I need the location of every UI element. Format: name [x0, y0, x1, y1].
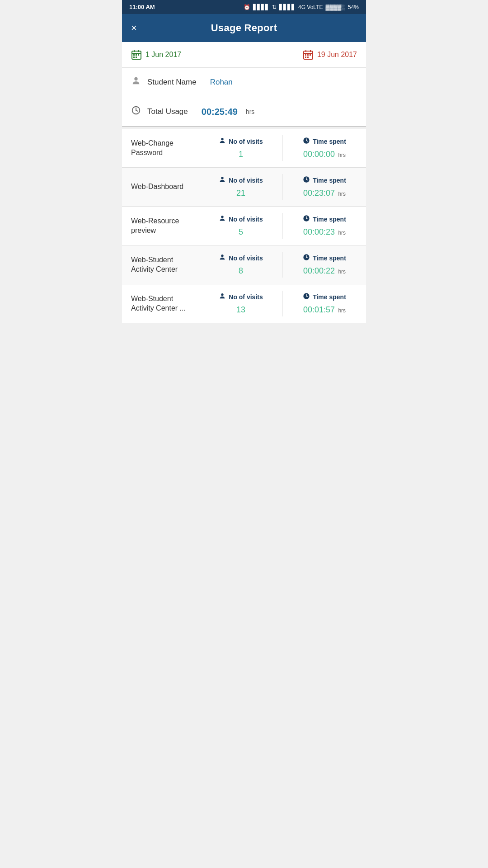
visits-person-icon-3: [219, 254, 226, 263]
total-usage-label: Total Usage: [147, 107, 188, 116]
start-date[interactable]: 1 Jun 2017: [131, 49, 181, 60]
timespent-header-1: Time spent: [303, 176, 346, 185]
svg-rect-13: [305, 54, 306, 56]
svg-rect-10: [304, 53, 313, 54]
timespent-clock-icon-0: [303, 137, 310, 146]
table-row: Web-Resource preview No of visits 5: [122, 207, 366, 245]
visits-col-3: No of visits 8: [199, 252, 282, 278]
battery-icon: ▓▓▓▓░: [325, 4, 345, 10]
timespent-value-2: 00:00:23 hrs: [303, 227, 346, 237]
visits-label-3: No of visits: [229, 255, 263, 262]
data-icon: ⇅: [272, 4, 277, 10]
visits-col-4: No of visits 13: [199, 291, 282, 316]
status-bar: 11:00 AM ⏰ ▋▋▋▋ ⇅ ▋▋▋▋ 4G VoLTE ▓▓▓▓░ 54…: [122, 0, 366, 14]
alarm-icon: ⏰: [244, 4, 250, 10]
svg-rect-14: [307, 54, 309, 56]
visits-header-4: No of visits: [219, 292, 263, 302]
timespent-value-1: 00:23:07 hrs: [303, 189, 346, 198]
signal2-icon: ▋▋▋▋: [279, 4, 296, 10]
visits-header-1: No of visits: [219, 176, 263, 185]
timespent-header-0: Time spent: [303, 137, 346, 146]
row-stats-1: No of visits 21 Time spent 00: [199, 174, 366, 200]
row-stats-4: No of visits 13 Time spent 00: [199, 291, 366, 316]
visits-header-3: No of visits: [219, 254, 263, 263]
timespent-col-4: Time spent 00:01:57 hrs: [282, 291, 366, 316]
visits-label-4: No of visits: [229, 293, 263, 301]
student-name-row: Student Name Rohan: [122, 68, 366, 97]
table-row: Web-Student Activity Center ... No of vi…: [122, 284, 366, 323]
start-calendar-icon: [131, 49, 142, 60]
svg-point-38: [221, 293, 224, 296]
svg-rect-6: [138, 54, 139, 56]
timespent-header-3: Time spent: [303, 254, 346, 263]
row-stats-2: No of visits 5 Time spent 00:: [199, 213, 366, 239]
status-right: ⏰ ▋▋▋▋ ⇅ ▋▋▋▋ 4G VoLTE ▓▓▓▓░ 54%: [244, 4, 359, 10]
visits-col-1: No of visits 21: [199, 174, 282, 200]
row-stats-0: No of visits 1 Time spent 00:: [199, 135, 366, 161]
page-title: Usage Report: [211, 22, 277, 34]
visits-col-0: No of visits 1: [199, 135, 282, 161]
close-button[interactable]: ×: [131, 23, 137, 33]
timespent-label-1: Time spent: [313, 177, 346, 184]
visits-person-icon-2: [219, 215, 226, 224]
svg-rect-17: [307, 57, 309, 58]
visits-header-0: No of visits: [219, 137, 263, 146]
timespent-col-3: Time spent 00:00:22 hrs: [282, 252, 366, 278]
end-date[interactable]: 19 Jun 2017: [303, 49, 357, 60]
timespent-label-4: Time spent: [313, 293, 346, 301]
timespent-value-3: 00:00:22 hrs: [303, 266, 346, 276]
row-name-4: Web-Student Activity Center ...: [122, 291, 199, 316]
timespent-value-0: 00:00:00 hrs: [303, 150, 346, 159]
start-date-label: 1 Jun 2017: [145, 51, 181, 59]
visits-value-3: 8: [239, 266, 243, 276]
student-name-value: Rohan: [210, 78, 233, 87]
timespent-clock-icon-2: [303, 215, 310, 224]
timespent-header-2: Time spent: [303, 215, 346, 224]
visits-value-1: 21: [236, 189, 245, 198]
timespent-label-2: Time spent: [313, 216, 346, 223]
svg-rect-5: [136, 54, 137, 56]
end-date-label: 19 Jun 2017: [317, 51, 357, 59]
svg-rect-16: [305, 57, 306, 58]
svg-rect-7: [133, 57, 135, 58]
app-header: × Usage Report: [122, 14, 366, 42]
timespent-label-3: Time spent: [313, 255, 346, 262]
row-stats-3: No of visits 8 Time spent 00:: [199, 252, 366, 278]
battery-label: 54%: [348, 4, 359, 10]
visits-person-icon-1: [219, 176, 226, 185]
svg-point-18: [134, 77, 137, 80]
visits-label-1: No of visits: [229, 177, 263, 184]
total-usage-unit: hrs: [246, 108, 254, 115]
student-name-label: Student Name: [147, 78, 197, 87]
timespent-col-2: Time spent 00:00:23 hrs: [282, 213, 366, 239]
date-range-row: 1 Jun 2017 19 Jun 2017: [122, 42, 366, 68]
total-usage-row: Total Usage 00:25:49 hrs: [122, 97, 366, 127]
total-usage-value: 00:25:49: [202, 107, 238, 117]
svg-point-30: [221, 216, 224, 218]
status-time: 11:00 AM: [129, 4, 155, 10]
visits-label-2: No of visits: [229, 216, 263, 223]
row-name-3: Web-Student Activity Center: [122, 252, 199, 278]
timespent-col-0: Time spent 00:00:00 hrs: [282, 135, 366, 161]
visits-col-2: No of visits 5: [199, 213, 282, 239]
end-calendar-icon: [303, 49, 314, 60]
svg-point-34: [221, 255, 224, 257]
timespent-clock-icon-4: [303, 292, 310, 302]
table-row: Web-Change Password No of visits 1: [122, 129, 366, 168]
timespent-clock-icon-3: [303, 254, 310, 263]
usage-table: Web-Change Password No of visits 1: [122, 129, 366, 323]
visits-value-0: 1: [239, 150, 243, 159]
timespent-label-0: Time spent: [313, 138, 346, 145]
row-name-2: Web-Resource preview: [122, 213, 199, 239]
svg-rect-15: [310, 54, 311, 56]
visits-header-2: No of visits: [219, 215, 263, 224]
svg-rect-1: [132, 53, 141, 54]
table-row: Web-Dashboard No of visits 21: [122, 168, 366, 207]
visits-person-icon-4: [219, 292, 226, 302]
row-name-1: Web-Dashboard: [122, 174, 199, 200]
student-icon: [131, 76, 141, 89]
network-label: 4G VoLTE: [298, 4, 323, 10]
timespent-clock-icon-1: [303, 176, 310, 185]
usage-clock-icon: [131, 105, 141, 118]
table-row: Web-Student Activity Center No of visits…: [122, 245, 366, 284]
